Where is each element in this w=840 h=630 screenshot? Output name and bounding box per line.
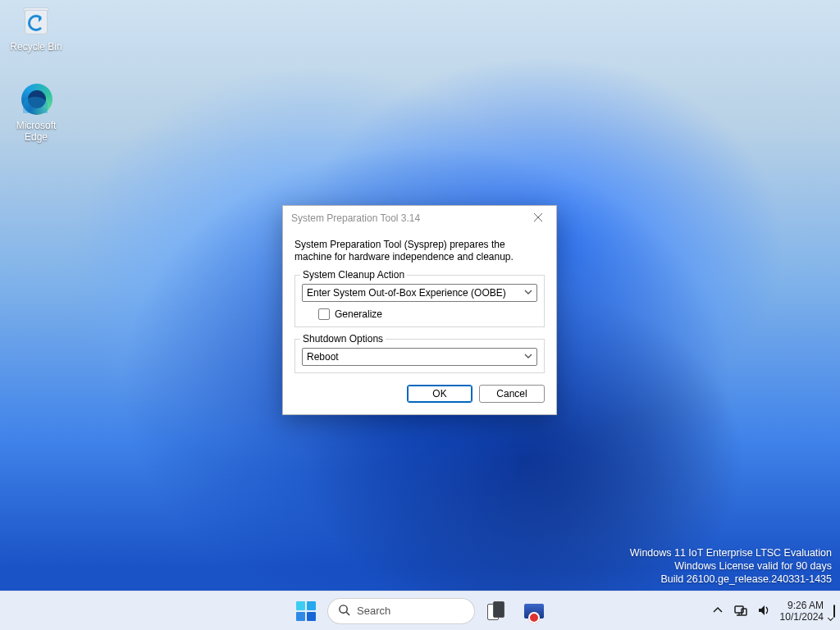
task-view-icon [487, 604, 505, 619]
recycle-bin-icon [18, 3, 54, 39]
activation-watermark: Windows 11 IoT Enterprise LTSC Evaluatio… [630, 546, 832, 586]
desktop-icon-label: Recycle Bin [5, 41, 67, 52]
cleanup-action-value: Enter System Out-of-Box Experience (OOBE… [307, 287, 506, 299]
ok-button[interactable]: OK [407, 385, 472, 403]
svg-marker-8 [759, 605, 765, 615]
shutdown-options-select[interactable]: Reboot [302, 348, 537, 366]
desktop-icon-edge[interactable]: Microsoft Edge [5, 82, 67, 143]
shutdown-options-value: Reboot [307, 351, 339, 363]
taskbar-search[interactable]: Search [327, 598, 475, 624]
desktop-icon-recycle-bin[interactable]: Recycle Bin [5, 3, 67, 52]
chevron-down-icon [523, 287, 533, 299]
desktop-icon-label: Microsoft Edge [5, 120, 67, 143]
windows-logo-icon [296, 601, 316, 621]
generalize-label: Generalize [335, 308, 382, 320]
close-button[interactable] [527, 207, 550, 230]
search-icon [338, 604, 350, 619]
cleanup-action-group: System Cleanup Action Enter System Out-o… [294, 275, 545, 327]
shutdown-options-legend: Shutdown Options [300, 333, 386, 345]
chevron-down-icon [523, 351, 533, 363]
dialog-description: System Preparation Tool (Sysprep) prepar… [294, 239, 545, 263]
generalize-checkbox[interactable] [318, 308, 330, 320]
watermark-line: Windows 11 IoT Enterprise LTSC Evaluatio… [630, 546, 832, 559]
cleanup-action-select[interactable]: Enter System Out-of-Box Experience (OOBE… [302, 284, 537, 302]
search-placeholder: Search [357, 605, 390, 617]
edge-icon [18, 82, 54, 118]
volume-icon[interactable] [757, 604, 770, 619]
tray-overflow-button[interactable] [711, 604, 724, 619]
watermark-line: Windows License valid for 90 days [630, 559, 832, 573]
svg-point-2 [340, 605, 347, 612]
cancel-button[interactable]: Cancel [479, 385, 545, 403]
clock-date: 10/1/2024 [780, 611, 824, 623]
notifications-button[interactable] [833, 605, 835, 617]
shutdown-options-group: Shutdown Options Reboot [294, 339, 545, 373]
clock-time: 9:26 AM [780, 600, 824, 611]
close-icon [534, 212, 542, 224]
start-button[interactable] [290, 595, 322, 628]
taskbar-clock[interactable]: 9:26 AM 10/1/2024 [780, 600, 824, 623]
sysprep-dialog: System Preparation Tool 3.14 System Prep… [282, 205, 557, 415]
network-icon[interactable] [734, 604, 747, 619]
sysprep-icon [524, 604, 544, 619]
taskbar: Search 9:26 AM 10/1/2024 [0, 591, 840, 630]
svg-line-3 [346, 612, 349, 615]
cleanup-action-legend: System Cleanup Action [300, 269, 407, 281]
dialog-title: System Preparation Tool 3.14 [291, 212, 420, 224]
svg-rect-7 [742, 609, 746, 615]
watermark-line: Build 26100.ge_release.240331-1435 [630, 573, 832, 586]
taskbar-app-sysprep[interactable] [518, 595, 550, 628]
notification-icon [833, 605, 835, 618]
task-view-button[interactable] [480, 595, 513, 628]
dialog-titlebar[interactable]: System Preparation Tool 3.14 [283, 206, 556, 231]
desktop: Recycle Bin Microsoft Edge Windows 11 Io… [0, 0, 840, 630]
